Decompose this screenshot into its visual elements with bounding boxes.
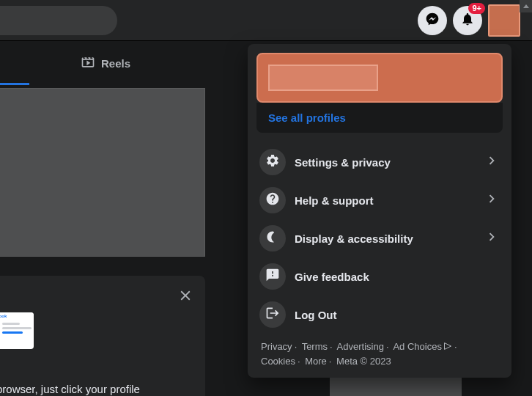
messenger-button[interactable] [418,6,447,35]
menu-item-help-support[interactable]: Help & support [254,181,506,219]
tab-reels[interactable]: Reels [81,55,130,72]
footer-terms-link[interactable]: Terms [302,341,328,352]
profile-avatar-button[interactable] [488,4,520,37]
bell-icon [460,12,475,29]
content-panel [0,88,205,257]
feedback-icon [265,268,280,285]
menu-item-label: Give feedback [295,271,500,283]
help-icon [265,191,280,209]
footer-privacy-link[interactable]: Privacy [261,341,292,352]
tab-row: Reels [0,41,220,85]
logout-icon [265,306,280,323]
notifications-button[interactable]: 9+ [453,6,482,35]
menu-item-label: Display & accessibility [295,232,484,245]
chevron-right-icon [484,153,500,172]
tab-reels-label: Reels [101,57,130,70]
menu-footer: Privacy· Terms· Advertising· Ad Choices·… [254,334,506,372]
close-button[interactable] [177,287,193,307]
menu-item-logout[interactable]: Log Out [254,296,506,334]
menu-item-settings-privacy[interactable]: Settings & privacy [254,143,506,181]
reels-icon [81,55,95,72]
gear-icon [265,153,280,171]
footer-advertising-link[interactable]: Advertising [337,341,384,352]
chevron-right-icon [484,229,500,248]
footer-meta-text: Meta © 2023 [336,356,391,367]
search-input[interactable] [0,6,117,35]
moon-icon [265,230,280,247]
adchoices-icon [443,340,452,355]
top-bar: 9+ [0,0,532,41]
left-content: Reels facebook is browser, just click yo… [0,41,220,396]
menu-item-give-feedback[interactable]: Give feedback [254,257,506,296]
scrollbar-up-button[interactable] [520,0,532,12]
account-menu: See all profiles Settings & privacy Help… [248,44,511,378]
menu-item-label: Settings & privacy [295,156,484,169]
notification-badge: 9+ [468,3,485,14]
menu-item-label: Log Out [295,309,500,321]
close-icon [177,293,193,306]
menu-item-label: Help & support [295,194,484,207]
info-card-text: is browser, just click your profile [0,382,191,396]
chevron-right-icon [484,191,500,210]
footer-adchoices-link[interactable]: Ad Choices [393,341,451,352]
profile-card[interactable] [256,53,503,103]
menu-item-display-accessibility[interactable]: Display & accessibility [254,219,506,257]
profile-name-placeholder [268,65,378,91]
menu-list: Settings & privacy Help & support Displa… [254,143,506,334]
messenger-icon [425,12,440,29]
active-tab-underline [0,83,29,85]
thumbnail-image: facebook [0,312,34,349]
info-card: facebook is browser, just click your pro… [0,276,205,396]
see-all-profiles-link[interactable]: See all profiles [268,111,491,124]
footer-more-link[interactable]: More [305,356,327,367]
footer-cookies-link[interactable]: Cookies [261,356,295,367]
